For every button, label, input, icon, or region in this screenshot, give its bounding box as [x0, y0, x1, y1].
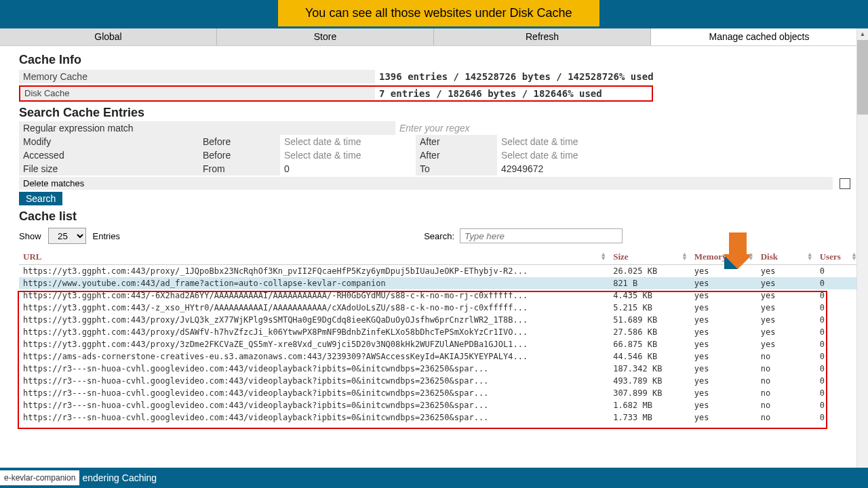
cell-size: 51.689 KB: [609, 314, 690, 326]
cell-url: https://r3---sn-huoa-cvhl.googlevideo.co…: [19, 399, 609, 411]
cell-disk: no: [757, 411, 816, 424]
cell-size: 821 B: [609, 277, 690, 289]
col-memory[interactable]: Memory▲▼: [690, 249, 757, 265]
table-row[interactable]: https://r3---sn-huoa-cvhl.googlevideo.co…: [19, 411, 860, 424]
cell-users: 0: [816, 289, 860, 302]
cell-url: https://yt3.ggpht.com:443/proxy/JvLQ3k_z…: [19, 314, 609, 326]
col-users[interactable]: Users▲▼: [816, 249, 860, 265]
cell-url: https://yt3.ggpht.com:443/proxy/dSAWfV-h…: [19, 326, 609, 338]
table-row[interactable]: https://r3---sn-huoa-cvhl.googlevideo.co…: [19, 399, 860, 411]
cell-memory: yes: [690, 363, 757, 375]
scroll-up-icon[interactable]: ▲: [857, 28, 868, 40]
cell-disk: no: [757, 350, 816, 363]
cell-memory: yes: [690, 350, 757, 363]
filesize-from-input[interactable]: 0: [280, 162, 416, 176]
cache-list-heading: Cache list: [19, 209, 860, 224]
delete-matches-label: Delete matches: [19, 177, 833, 190]
table-row[interactable]: https://www.youtube.com:443/ad_frame?act…: [19, 277, 860, 289]
header-bar: You can see all those websites under Dis…: [0, 0, 868, 28]
cell-disk: yes: [757, 265, 816, 278]
disk-cache-highlight: Disk Cache 7 entries / 182646 bytes / 18…: [19, 85, 653, 102]
cell-size: 187.342 KB: [609, 363, 690, 375]
cell-memory: yes: [690, 375, 757, 387]
regex-input[interactable]: Enter your regex: [395, 121, 860, 135]
cell-size: 1.682 MB: [609, 399, 690, 411]
accessed-before-input[interactable]: Select date & time: [280, 148, 416, 162]
cell-size: 26.025 KB: [609, 265, 690, 278]
cell-memory: yes: [690, 411, 757, 424]
cell-memory: yes: [690, 314, 757, 326]
tabs-row: GlobalStoreRefreshManage cached objects: [0, 28, 868, 46]
search-entries-heading: Search Cache Entries: [19, 106, 860, 120]
cell-size: 307.899 KB: [609, 387, 690, 399]
tab-store[interactable]: Store: [217, 28, 434, 45]
table-row[interactable]: https://r3---sn-huoa-cvhl.googlevideo.co…: [19, 363, 860, 375]
list-search-input[interactable]: [460, 228, 623, 243]
cell-users: 0: [816, 350, 860, 363]
col-disk[interactable]: Disk▲▼: [757, 249, 816, 265]
col-url[interactable]: URL▲▼: [19, 249, 609, 265]
cache-table: URL▲▼ Size▲▼ Memory▲▼ Disk▲▼ Users▲▼ htt…: [19, 249, 860, 424]
filesize-to-input[interactable]: 42949672: [497, 162, 633, 176]
scrollbar[interactable]: ▲: [856, 28, 868, 488]
cell-disk: yes: [757, 314, 816, 326]
accessed-label: Accessed: [19, 148, 199, 162]
modify-label: Modify: [19, 135, 199, 148]
cell-memory: yes: [690, 277, 757, 289]
cache-info-heading: Cache Info: [19, 53, 860, 67]
cell-users: 0: [816, 375, 860, 387]
cell-memory: yes: [690, 387, 757, 399]
cell-users: 0: [816, 338, 860, 350]
cell-url: https://r3---sn-huoa-cvhl.googlevideo.co…: [19, 411, 609, 424]
scroll-thumb[interactable]: [857, 40, 868, 115]
footer-tag: e-kevlar-companion: [0, 470, 79, 485]
tab-global[interactable]: Global: [0, 28, 217, 45]
cell-memory: yes: [690, 326, 757, 338]
cell-url: https://yt3.ggpht.com:443/-z_xso_HYtr0/A…: [19, 302, 609, 314]
delete-matches-checkbox[interactable]: [840, 178, 850, 189]
cell-url: https://www.youtube.com:443/ad_frame?act…: [19, 277, 609, 289]
col-size[interactable]: Size▲▼: [609, 249, 690, 265]
memory-cache-value: 1396 entries / 142528726 bytes / 1425287…: [375, 70, 860, 83]
tab-manage-cached-objects[interactable]: Manage cached objects: [651, 28, 868, 45]
filesize-from-label: From: [199, 162, 280, 176]
cell-disk: no: [757, 387, 816, 399]
show-label: Show: [19, 231, 41, 241]
disk-cache-label: Disk Cache: [20, 87, 375, 100]
cell-url: https://yt3.ggpht.com:443/proxy/3zDme2FK…: [19, 338, 609, 350]
cell-url: https://yt3.ggpht.com:443/-6X2had2A6YY/A…: [19, 289, 609, 302]
cell-memory: yes: [690, 338, 757, 350]
modify-before-label: Before: [199, 135, 280, 148]
filesize-label: File size: [19, 162, 199, 176]
cell-size: 66.875 KB: [609, 338, 690, 350]
cell-url: https://ams-ads-cornerstone-creatives-eu…: [19, 350, 609, 363]
cell-disk: no: [757, 399, 816, 411]
table-row[interactable]: https://yt3.ggpht.com:443/proxy/JvLQ3k_z…: [19, 314, 860, 326]
cell-url: https://r3---sn-huoa-cvhl.googlevideo.co…: [19, 363, 609, 375]
search-button[interactable]: Search: [19, 192, 62, 205]
table-row[interactable]: https://yt3.ggpht.com:443/-z_xso_HYtr0/A…: [19, 302, 860, 314]
cell-users: 0: [816, 411, 860, 424]
cell-url: https://r3---sn-huoa-cvhl.googlevideo.co…: [19, 375, 609, 387]
modify-before-input[interactable]: Select date & time: [280, 135, 416, 148]
cell-memory: yes: [690, 302, 757, 314]
footer-bar: e-kevlar-companion endering Caching: [0, 468, 868, 488]
table-row[interactable]: https://yt3.ggpht.com:443/proxy/3zDme2FK…: [19, 338, 860, 350]
annotation-banner: You can see all those websites under Dis…: [278, 0, 599, 26]
cell-users: 0: [816, 277, 860, 289]
cell-disk: yes: [757, 302, 816, 314]
table-row[interactable]: https://yt3.ggpht.com:443/proxy/dSAWfV-h…: [19, 326, 860, 338]
table-row[interactable]: https://r3---sn-huoa-cvhl.googlevideo.co…: [19, 387, 860, 399]
accessed-after-input[interactable]: Select date & time: [497, 148, 633, 162]
table-row[interactable]: https://yt3.ggpht.com:443/-6X2had2A6YY/A…: [19, 289, 860, 302]
cell-users: 0: [816, 326, 860, 338]
memory-cache-row: Memory Cache 1396 entries / 142528726 by…: [19, 68, 860, 85]
disk-cache-value: 7 entries / 182646 bytes / 182646% used: [375, 87, 652, 100]
show-select[interactable]: 25: [48, 228, 86, 244]
table-row[interactable]: https://r3---sn-huoa-cvhl.googlevideo.co…: [19, 375, 860, 387]
modify-after-input[interactable]: Select date & time: [497, 135, 633, 148]
table-row[interactable]: https://ams-ads-cornerstone-creatives-eu…: [19, 350, 860, 363]
cell-size: 493.789 KB: [609, 375, 690, 387]
tab-refresh[interactable]: Refresh: [434, 28, 651, 45]
cell-users: 0: [816, 399, 860, 411]
